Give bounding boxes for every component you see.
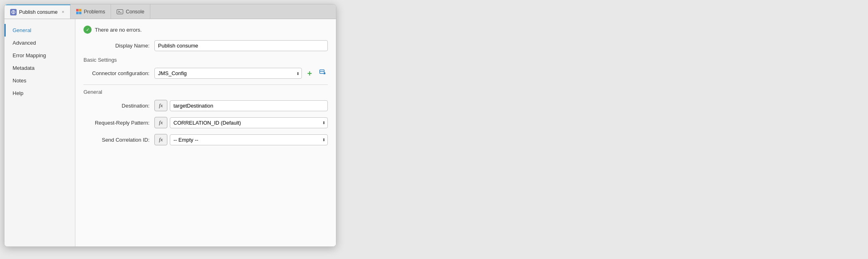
destination-fx-button[interactable]: fx — [154, 100, 167, 111]
tab-publish-consume[interactable]: Publish consume × — [4, 4, 71, 19]
destination-row: Destination: fx — [83, 100, 328, 111]
display-name-label: Display Name: — [83, 43, 154, 49]
sidebar-item-metadata[interactable]: Metadata — [4, 62, 75, 74]
request-reply-select[interactable]: CORRELATION_ID (Default) — [170, 117, 328, 128]
console-icon — [117, 9, 123, 14]
connector-config-select[interactable]: JMS_Config — [154, 68, 302, 79]
destination-input[interactable] — [170, 100, 328, 111]
display-name-input[interactable] — [154, 40, 328, 51]
send-correlation-fx-button[interactable]: fx — [154, 134, 167, 145]
sidebar-item-advanced[interactable]: Advanced — [4, 37, 75, 49]
request-reply-select-wrapper: CORRELATION_ID (Default) ⬍ — [170, 117, 328, 128]
connector-config-controls: JMS_Config ⬍ + — [154, 68, 328, 79]
send-correlation-controls: fx -- Empty -- ⬍ — [154, 134, 328, 145]
tab-bar: Publish consume × Problems — [4, 4, 336, 19]
send-correlation-row: Send Correlation ID: fx -- Empty -- ⬍ — [83, 134, 328, 145]
send-correlation-select-wrapper: -- Empty -- ⬍ — [170, 134, 328, 145]
status-ok-icon: ✓ — [83, 26, 92, 34]
send-correlation-label: Send Correlation ID: — [83, 137, 154, 143]
sidebar-item-help[interactable]: Help — [4, 87, 75, 99]
request-reply-fx-button[interactable]: fx — [154, 117, 167, 128]
display-name-row: Display Name: — [83, 40, 328, 51]
edit-connector-button[interactable] — [317, 68, 328, 79]
tab-label-publish-consume: Publish consume — [19, 9, 58, 15]
tab-close-button[interactable]: × — [62, 10, 64, 14]
tab-label-console: Console — [126, 9, 144, 15]
sidebar-item-general[interactable]: General — [4, 24, 75, 37]
tab-label-problems: Problems — [84, 9, 105, 15]
destination-label: Destination: — [83, 103, 154, 109]
publish-consume-icon — [10, 9, 17, 15]
edit-icon — [319, 69, 326, 78]
destination-controls: fx — [154, 100, 328, 111]
request-reply-label: Request-Reply Pattern: — [83, 120, 154, 126]
sidebar-item-error-mapping[interactable]: Error Mapping — [4, 49, 75, 62]
status-bar: ✓ There are no errors. — [83, 26, 328, 34]
add-connector-button[interactable]: + — [304, 68, 315, 79]
status-message: There are no errors. — [95, 27, 142, 33]
general-section-title: General — [83, 89, 328, 95]
tab-problems[interactable]: Problems — [71, 4, 111, 19]
basic-settings-title: Basic Settings — [83, 57, 328, 63]
main-content: General Advanced Error Mapping Metadata … — [4, 19, 336, 246]
content-panel: ✓ There are no errors. Display Name: Bas… — [75, 19, 336, 246]
problems-icon — [76, 9, 81, 14]
connector-config-label: Connector configuration: — [83, 70, 154, 76]
connector-config-row: Connector configuration: JMS_Config ⬍ + — [83, 68, 328, 79]
send-correlation-select[interactable]: -- Empty -- — [170, 134, 328, 145]
plus-icon: + — [307, 69, 312, 78]
sidebar: General Advanced Error Mapping Metadata … — [4, 19, 75, 246]
divider-1 — [83, 84, 328, 85]
tab-console[interactable]: Console — [111, 4, 150, 19]
request-reply-row: Request-Reply Pattern: fx CORRELATION_ID… — [83, 117, 328, 128]
main-window: Publish consume × Problems — [4, 4, 336, 247]
request-reply-controls: fx CORRELATION_ID (Default) ⬍ — [154, 117, 328, 128]
connector-select-wrapper: JMS_Config ⬍ — [154, 68, 302, 79]
sidebar-item-notes[interactable]: Notes — [4, 74, 75, 87]
